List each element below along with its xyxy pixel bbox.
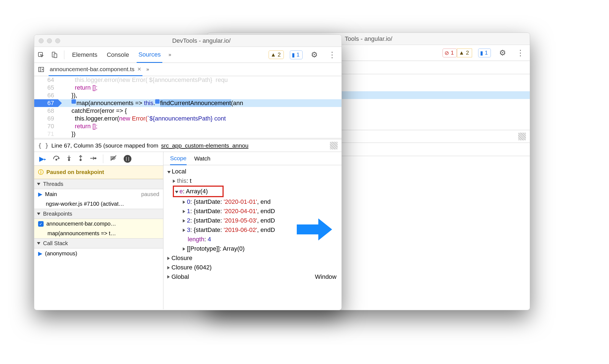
scope-tabs: Scope Watch bbox=[163, 152, 341, 165]
callstack-frame[interactable]: ▶(anonymous) bbox=[34, 248, 163, 258]
checkbox-icon[interactable]: ✓ bbox=[38, 221, 44, 227]
chevron-right-icon[interactable] bbox=[183, 247, 185, 251]
array-item: 1: {startDate: '2020-04-01', endD bbox=[167, 207, 339, 216]
inspect-icon[interactable] bbox=[38, 51, 45, 58]
chevron-down-icon[interactable] bbox=[167, 171, 171, 173]
close-icon[interactable]: ✕ bbox=[137, 66, 141, 72]
devtools-window-left: DevTools - angular.io/ Elements Console … bbox=[34, 34, 342, 310]
svg-rect-2 bbox=[54, 54, 57, 58]
comparison-arrow-icon bbox=[297, 218, 333, 240]
pause-exceptions-icon[interactable]: | | bbox=[124, 155, 131, 163]
file-tabs: announcement-bar.component.ts✕ » bbox=[34, 63, 341, 76]
kebab-menu-icon[interactable]: ⋮ bbox=[514, 48, 526, 57]
warnings-badge[interactable]: ▲2 bbox=[269, 50, 284, 59]
tab-sources[interactable]: Sources bbox=[137, 47, 162, 63]
breakpoints-header[interactable]: Breakpoints bbox=[34, 209, 163, 219]
info-badge[interactable]: ▮1 bbox=[478, 49, 491, 57]
step-into-icon[interactable] bbox=[67, 155, 72, 163]
device-toggle-icon[interactable] bbox=[51, 51, 58, 58]
chevron-right-icon[interactable] bbox=[183, 200, 185, 204]
overflow-indicator-icon bbox=[330, 142, 338, 149]
gear-icon[interactable]: ⚙ bbox=[309, 50, 320, 59]
more-tabs-chevron-icon[interactable]: » bbox=[168, 52, 171, 58]
navigator-toggle-icon[interactable] bbox=[38, 66, 45, 73]
file-tab-component[interactable]: announcement-bar.component.ts✕ bbox=[49, 63, 142, 76]
tab-console[interactable]: Console bbox=[105, 47, 131, 63]
chevron-right-icon[interactable] bbox=[167, 275, 170, 279]
status-bar: { } Line 67, Column 35 (source mapped fr… bbox=[34, 139, 341, 152]
horizontal-scrollbar[interactable] bbox=[34, 138, 341, 139]
chevron-down-icon[interactable] bbox=[175, 191, 178, 193]
tab-scope[interactable]: Scope bbox=[170, 152, 187, 165]
warnings-badge[interactable]: ▲2 bbox=[457, 49, 472, 57]
array-item: 0: {startDate: '2020-01-01', end bbox=[167, 197, 339, 207]
gear-icon[interactable]: ⚙ bbox=[497, 48, 508, 57]
window-title: DevTools - angular.io/ bbox=[66, 37, 337, 44]
breakpoint-icon bbox=[72, 99, 76, 104]
chevron-right-icon[interactable] bbox=[167, 257, 170, 260]
chevron-right-icon[interactable] bbox=[173, 180, 175, 183]
svg-point-9 bbox=[80, 159, 81, 160]
more-files-chevron-icon[interactable]: » bbox=[146, 66, 149, 72]
step-out-icon[interactable] bbox=[78, 155, 83, 163]
breakpoint-code: map(announcements => t… bbox=[34, 229, 163, 238]
tab-elements[interactable]: Elements bbox=[70, 47, 99, 63]
chevron-right-icon[interactable] bbox=[183, 219, 185, 223]
thread-worker[interactable]: ngsw-worker.js #7100 (activat… bbox=[34, 199, 163, 209]
sourcemap-link[interactable]: src_app_custom-elements_annou bbox=[161, 142, 248, 149]
chevron-right-icon[interactable] bbox=[183, 210, 185, 213]
callstack-header[interactable]: Call Stack bbox=[34, 238, 163, 248]
breakpoint-item[interactable]: ✓announcement-bar.compo… bbox=[34, 219, 163, 229]
chevron-right-icon[interactable] bbox=[183, 229, 185, 232]
svg-point-5 bbox=[56, 159, 57, 160]
debugger-controls: ▶▸ | | bbox=[34, 152, 163, 166]
step-over-icon[interactable] bbox=[53, 155, 60, 162]
deactivate-breakpoints-icon[interactable] bbox=[110, 155, 117, 163]
breakpoint-icon bbox=[155, 99, 160, 104]
info-badge[interactable]: ▮1 bbox=[290, 50, 303, 59]
resume-icon[interactable]: ▶▸ bbox=[39, 155, 46, 163]
traffic-lights[interactable] bbox=[39, 38, 60, 43]
code-editor[interactable]: 64 this.logger.error(new Error( ${announ… bbox=[34, 76, 341, 139]
overflow-indicator-icon bbox=[518, 133, 526, 140]
svg-point-11 bbox=[95, 158, 96, 159]
step-icon[interactable] bbox=[90, 155, 96, 162]
paused-banner: ⓘPaused on breakpoint bbox=[34, 166, 163, 179]
svg-point-7 bbox=[68, 159, 70, 160]
threads-header[interactable]: Threads bbox=[34, 179, 163, 189]
thread-main[interactable]: ▶Mainpaused bbox=[34, 189, 163, 199]
variable-highlight: e: Array(4) bbox=[173, 186, 224, 197]
titlebar: DevTools - angular.io/ bbox=[34, 35, 341, 47]
tab-watch[interactable]: Watch bbox=[194, 155, 211, 162]
kebab-menu-icon[interactable]: ⋮ bbox=[326, 50, 338, 59]
main-toolbar: Elements Console Sources » ▲2 ▮1 ⚙ ⋮ bbox=[34, 47, 341, 63]
errors-badge[interactable]: ⊘1 bbox=[443, 49, 457, 57]
chevron-right-icon[interactable] bbox=[167, 266, 170, 269]
